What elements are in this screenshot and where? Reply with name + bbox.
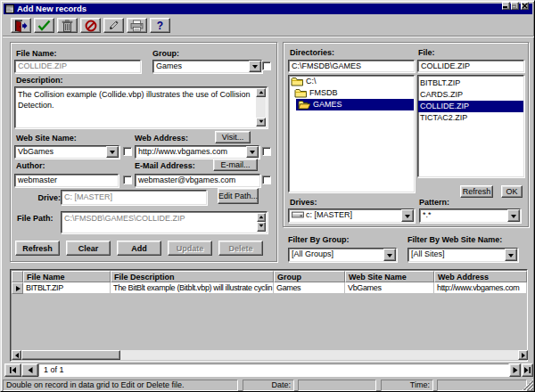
help-icon: ?	[157, 20, 163, 32]
scroll-up-button[interactable]	[256, 88, 266, 97]
grid-header-web-address[interactable]: Web Address	[434, 271, 527, 282]
group-combo[interactable]: Games	[152, 60, 262, 73]
email-button[interactable]: E-mail...	[213, 159, 258, 171]
add-button[interactable]: Add	[117, 241, 161, 256]
group-checkbox[interactable]	[262, 61, 271, 70]
filter-site-combo[interactable]: [All Sites]	[407, 248, 518, 262]
description-textarea[interactable]: The Collision example (Collide.vbp) illu…	[14, 86, 268, 128]
row-marker-icon	[16, 286, 23, 291]
confirm-button[interactable]	[34, 18, 54, 33]
file-item-selected[interactable]: COLLIDE.ZIP	[418, 101, 523, 112]
close-button[interactable]	[521, 2, 529, 10]
grid-cell[interactable]: The BitBlt example (Bitblt.vbp) will ill…	[111, 282, 274, 294]
file-path-scroll-up-button[interactable]	[257, 213, 266, 222]
delete-record-button[interactable]: Delete	[218, 241, 263, 256]
edit-path-button[interactable]: Edit Path...	[218, 188, 259, 204]
nav-next-button[interactable]	[509, 363, 521, 377]
drives-value: c: [MASTER]	[306, 210, 352, 219]
files-listbox[interactable]: BITBLT.ZIP CARDS.ZIP COLLIDE.ZIP TICTAC2…	[417, 75, 524, 177]
scroll-right-button[interactable]	[518, 350, 528, 360]
web-site-name-combo-arrow[interactable]	[106, 146, 119, 158]
grid-cell[interactable]: http://www.vbgames.com	[434, 282, 527, 294]
toolbar-separator	[3, 36, 534, 37]
web-address-combo[interactable]: http://www.vbgames.com	[135, 145, 259, 159]
directory-item-selected[interactable]: GAMES	[289, 99, 414, 110]
minimize-button[interactable]	[502, 2, 510, 10]
help-button[interactable]: ?	[150, 18, 170, 33]
web-address-combo-arrow[interactable]	[246, 146, 259, 158]
file-label: File:	[418, 48, 435, 57]
grid-cell[interactable]: VbGames	[345, 282, 434, 294]
arrow-up-icon	[259, 89, 263, 94]
filter-site-combo-arrow[interactable]	[505, 249, 517, 261]
nav-first-button[interactable]	[4, 363, 21, 377]
file-item[interactable]: TICTAC2.ZIP	[418, 112, 523, 124]
filter-group-combo[interactable]: [All Groups]	[288, 248, 397, 262]
drives-combo[interactable]: c: [MASTER]	[288, 208, 415, 223]
record-position: 1 of 1	[38, 363, 509, 377]
grid-horizontal-scrollbar[interactable]	[12, 350, 528, 360]
directory-item-label: FMSDB	[308, 87, 340, 99]
drive-input[interactable]: C: [MASTER]	[61, 190, 207, 205]
arrow-down-icon	[259, 119, 263, 125]
file-path-box[interactable]: C:\FMSDB\GAMES\COLLIDE.ZIP	[61, 211, 268, 233]
file-value: COLLIDE.ZIP	[417, 60, 524, 72]
pattern-combo-arrow[interactable]	[507, 209, 520, 222]
exit-button[interactable]	[11, 18, 31, 33]
grid-header-group[interactable]: Group	[274, 271, 345, 282]
web-site-name-checkbox[interactable]	[123, 147, 132, 156]
grid-cell[interactable]: Games	[274, 282, 345, 294]
scroll-left-button[interactable]	[12, 350, 21, 360]
file-item-label: BITBLT.ZIP	[418, 78, 462, 87]
clear-button[interactable]: Clear	[66, 241, 111, 256]
cancel-button[interactable]	[80, 18, 101, 33]
group-combo-arrow[interactable]	[249, 61, 261, 72]
directories-listbox[interactable]: C:\ FMSDB GAMES	[288, 75, 415, 192]
file-item[interactable]: CARDS.ZIP	[418, 89, 523, 101]
nav-previous-button[interactable]	[21, 363, 38, 377]
drives-combo-arrow[interactable]	[401, 209, 414, 222]
delete-button[interactable]	[57, 18, 78, 33]
file-path-label: File Path:	[17, 214, 54, 223]
email-checkbox[interactable]	[262, 176, 271, 184]
filter-group-combo-arrow[interactable]	[383, 249, 396, 261]
maximize-icon	[512, 4, 516, 8]
grid-header-file-description[interactable]: File Description	[111, 271, 274, 282]
trash-icon	[62, 20, 73, 32]
web-site-name-value: VbGames	[18, 147, 54, 156]
directory-item[interactable]: FMSDB	[289, 87, 414, 99]
edit-button[interactable]	[103, 18, 124, 33]
print-button[interactable]	[127, 18, 147, 33]
drive-label: Drive:	[11, 193, 61, 202]
update-button[interactable]: Update	[168, 241, 212, 256]
web-address-checkbox[interactable]	[262, 147, 271, 156]
arrow-down-icon	[259, 225, 264, 230]
file-name-input[interactable]: COLLIDE.ZIP	[14, 60, 141, 73]
directory-item[interactable]: C:\	[289, 76, 414, 87]
file-browser-frame: Directories: C:\FMSDB\GAMES File: COLLID…	[283, 42, 529, 227]
email-input[interactable]: webmaster@vbgames.com	[135, 174, 260, 187]
grid-cell[interactable]: BITBLT.ZIP	[23, 282, 111, 294]
nav-last-button[interactable]	[522, 363, 533, 377]
file-path-scroll-down-button[interactable]	[257, 222, 266, 232]
scrollbar-thumb[interactable]	[21, 350, 120, 360]
visit-button[interactable]: Visit...	[215, 131, 251, 143]
grid-row-selector[interactable]	[12, 282, 23, 294]
folder-closed-icon	[294, 88, 308, 98]
resize-grip[interactable]	[523, 380, 533, 390]
browser-refresh-button[interactable]: Refresh	[460, 185, 493, 198]
web-site-name-combo[interactable]: VbGames	[14, 145, 119, 159]
file-item[interactable]: BITBLT.ZIP	[418, 78, 523, 89]
grid-header-file-name[interactable]: File Name	[23, 271, 111, 282]
pattern-combo[interactable]: *.*	[419, 208, 521, 223]
grid-header-web-site-name[interactable]: Web Site Name	[345, 271, 434, 282]
description-scrollbar[interactable]	[256, 88, 266, 127]
maximize-button[interactable]	[511, 2, 519, 10]
refresh-button[interactable]: Refresh	[15, 241, 60, 256]
author-checkbox[interactable]	[123, 176, 132, 184]
ok-button[interactable]: OK	[501, 185, 523, 198]
last-record-icon	[523, 367, 531, 373]
chevron-down-icon	[252, 65, 258, 71]
author-input[interactable]: webmaster	[14, 174, 119, 187]
scroll-down-button[interactable]	[256, 118, 266, 127]
